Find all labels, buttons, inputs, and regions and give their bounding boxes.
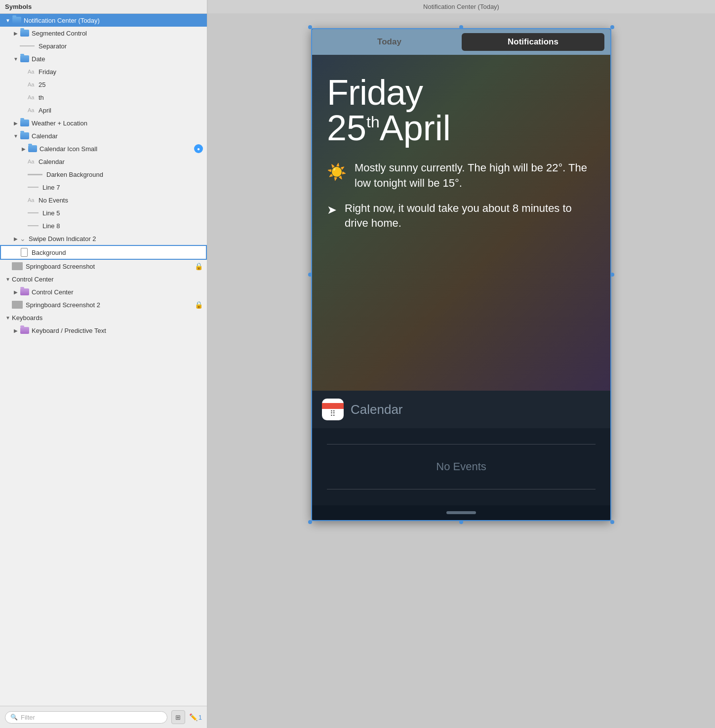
copy-layers-button[interactable]: ⊞ bbox=[171, 710, 185, 724]
sidebar-item-label: Line 7 bbox=[42, 184, 203, 191]
sidebar-item-springboard-screenshot[interactable]: Springboard Screenshot 🔒 bbox=[0, 260, 207, 273]
edit-badge-button[interactable]: ✏️ 1 bbox=[189, 713, 202, 721]
canvas-header: Notification Center (Today) bbox=[207, 0, 715, 13]
sidebar-item-line-7[interactable]: Line 7 bbox=[0, 181, 207, 194]
sidebar-item-springboard-screenshot-2[interactable]: Springboard Screenshot 2 🔒 bbox=[0, 298, 207, 311]
search-placeholder: Filter bbox=[21, 714, 35, 721]
separator-icon bbox=[28, 225, 39, 226]
sidebar-item-label: Keyboards bbox=[12, 314, 203, 322]
sidebar-item-label: Weather + Location bbox=[32, 120, 203, 127]
calendar-section-label: Calendar bbox=[351, 402, 403, 417]
edit-count: 1 bbox=[199, 714, 202, 721]
bl-resize-handle[interactable] bbox=[308, 520, 312, 524]
pencil-icon: ✏️ bbox=[189, 713, 198, 721]
sidebar-item-control-center-folder[interactable]: ▶ Control Center bbox=[0, 285, 207, 298]
calendar-app-icon: ⠿ bbox=[322, 399, 344, 420]
sidebar-item-label: Line 8 bbox=[42, 222, 203, 230]
folder-icon bbox=[20, 55, 30, 63]
folder-icon bbox=[20, 132, 30, 140]
main-content: Notification Center (Today) Today Notifi… bbox=[207, 0, 715, 728]
sidebar-item-label: Calendar bbox=[39, 158, 203, 165]
sidebar-item-background[interactable]: Background bbox=[0, 245, 207, 260]
tr-resize-handle[interactable] bbox=[610, 25, 614, 29]
cal-icon-header bbox=[322, 403, 344, 409]
sidebar-item-swipe-down-indicator-2[interactable]: ▶ ⌄ Swipe Down Indicator 2 bbox=[0, 232, 207, 245]
sidebar-header: Symbols bbox=[0, 0, 207, 14]
cal-icon-grid: ⠿ bbox=[330, 409, 336, 418]
today-tab[interactable]: Today bbox=[318, 33, 461, 51]
search-icon: 🔍 bbox=[10, 714, 18, 721]
sidebar-item-label: Separator bbox=[39, 42, 203, 50]
lock-badge: 🔒 bbox=[195, 301, 203, 309]
sidebar-item-calendar-icon-small[interactable]: ▶ Calendar Icon Small ● bbox=[0, 142, 207, 155]
separator-icon bbox=[20, 45, 35, 46]
top-resize-handle[interactable] bbox=[459, 25, 463, 29]
sidebar-item-segmented-control[interactable]: ▶ Segmented Control bbox=[0, 27, 207, 40]
bottom-divider bbox=[327, 489, 596, 489]
lock-badge: 🔒 bbox=[195, 262, 203, 270]
sidebar-item-label: Swipe Down Indicator 2 bbox=[29, 235, 203, 243]
sidebar-item-no-events[interactable]: Aa No Events bbox=[0, 194, 207, 206]
sidebar-item-label: No Events bbox=[39, 197, 203, 204]
sidebar-item-label: Springboard Screenshot 2 bbox=[26, 301, 195, 309]
sidebar-title: Symbols bbox=[5, 3, 32, 10]
swipe-handle bbox=[446, 511, 476, 514]
sidebar-item-25[interactable]: Aa 25 bbox=[0, 78, 207, 91]
eye-badge: ● bbox=[194, 144, 203, 153]
sidebar-item-weather-location[interactable]: ▶ Weather + Location bbox=[0, 117, 207, 129]
sidebar-item-label: Calendar bbox=[32, 132, 203, 140]
sidebar-item-friday[interactable]: Aa Friday bbox=[0, 65, 207, 78]
folder-icon bbox=[12, 16, 22, 24]
sidebar-footer: 🔍 Filter ⊞ ✏️ 1 bbox=[0, 706, 207, 728]
sidebar-item-april[interactable]: Aa April bbox=[0, 104, 207, 117]
sidebar-item-th[interactable]: Aa th bbox=[0, 91, 207, 104]
notifications-tab-label: Notifications bbox=[508, 37, 558, 46]
iphone-frame: Today Notifications Friday bbox=[311, 28, 611, 521]
folder-icon bbox=[20, 326, 30, 334]
sidebar-item-label: Notification Center (Today) bbox=[24, 17, 203, 24]
sidebar-item-label: Springboard Screenshot bbox=[26, 263, 195, 270]
sidebar-item-notification-center-today[interactable]: ▼ Notification Center (Today) bbox=[0, 14, 207, 27]
location-row: ➤ Right now, it would take you about 8 m… bbox=[327, 201, 596, 232]
notifications-tab[interactable]: Notifications bbox=[462, 33, 604, 51]
sidebar-item-separator[interactable]: Separator bbox=[0, 40, 207, 52]
folder-icon bbox=[20, 119, 30, 127]
today-tab-label: Today bbox=[377, 37, 401, 46]
separator-icon bbox=[28, 212, 39, 213]
sidebar-item-darken-background[interactable]: Darken Background bbox=[0, 168, 207, 181]
aa-prefix: Aa bbox=[28, 197, 37, 203]
aa-prefix: Aa bbox=[28, 107, 37, 113]
sidebar-item-date[interactable]: ▼ Date bbox=[0, 52, 207, 65]
sidebar-item-label: Darken Background bbox=[46, 171, 203, 178]
sidebar-item-calendar-folder[interactable]: ▼ Calendar bbox=[0, 129, 207, 142]
sidebar-item-keyboard-predictive[interactable]: ▶ Keyboard / Predictive Text bbox=[0, 324, 207, 337]
sidebar-item-label: Control Center bbox=[12, 276, 203, 283]
sidebar-item-keyboards-header[interactable]: ▼ Keyboards bbox=[0, 311, 207, 324]
sidebar-item-label: Control Center bbox=[32, 288, 203, 296]
canvas-title: Notification Center (Today) bbox=[423, 3, 499, 10]
sidebar-item-line-8[interactable]: Line 8 bbox=[0, 219, 207, 232]
swipe-indicator bbox=[312, 505, 610, 520]
date-display: Friday 25th April bbox=[327, 75, 596, 146]
bottom-resize-handle[interactable] bbox=[459, 520, 463, 524]
ml-resize-handle[interactable] bbox=[308, 273, 312, 277]
sidebar-item-control-center-header[interactable]: ▼ Control Center bbox=[0, 273, 207, 285]
arrow-icon: ▶ bbox=[12, 236, 20, 242]
folder-icon bbox=[28, 145, 38, 153]
arrow-icon: ▼ bbox=[4, 18, 12, 23]
arrow-icon: ▶ bbox=[12, 289, 20, 295]
date-num: 25 bbox=[327, 110, 366, 146]
weather-row: ☀️ Mostly sunny currently. The high will… bbox=[327, 161, 596, 191]
date-month: April bbox=[380, 110, 451, 146]
mr-resize-handle[interactable] bbox=[610, 273, 614, 277]
sidebar-item-line-5[interactable]: Line 5 bbox=[0, 206, 207, 219]
sidebar-item-label: 25 bbox=[39, 81, 203, 88]
br-resize-handle[interactable] bbox=[610, 520, 614, 524]
aa-prefix: Aa bbox=[28, 94, 37, 100]
screenshot-icon bbox=[12, 301, 23, 309]
sidebar-item-calendar-text[interactable]: Aa Calendar bbox=[0, 155, 207, 168]
tl-resize-handle[interactable] bbox=[308, 25, 312, 29]
app-container: Symbols ▼ Notification Center (Today) ▶ … bbox=[0, 0, 715, 728]
search-box[interactable]: 🔍 Filter bbox=[5, 711, 167, 724]
segmented-control: Today Notifications bbox=[312, 29, 610, 55]
